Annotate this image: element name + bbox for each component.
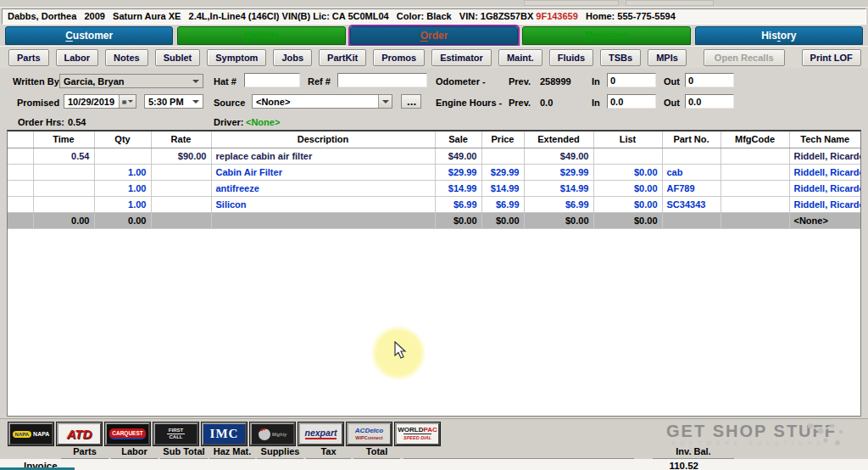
part-row[interactable]: 1.00 Cabin Air Filter $29.99 $29.99 $29.… [8,164,860,180]
grid-cell[interactable] [593,148,662,164]
grid-cell[interactable]: $90.00 [151,148,211,164]
tab-revision[interactable]: Revision [522,26,690,45]
sublet-button[interactable]: Sublet [155,49,201,66]
grid-cell[interactable] [8,148,33,164]
grid-cell[interactable]: Cabin Air Filter [211,164,435,180]
grid-cell[interactable]: $6.99 [481,196,524,212]
jobs-button[interactable]: Jobs [273,49,312,66]
grid-cell[interactable]: $49.00 [435,148,481,164]
grid-cell[interactable]: $6.99 [524,196,593,212]
grid-cell[interactable]: Riddell, Ricardo [789,196,860,212]
source-more-button[interactable]: ... [401,94,421,109]
grid-cell[interactable]: $29.99 [435,164,481,180]
grid-cell[interactable]: 0.54 [33,148,94,164]
written-by-select[interactable]: Garcia, Bryan [59,74,203,88]
part-row[interactable]: 1.00 antifreeze $14.99 $14.99 $14.99 $0.… [8,180,860,196]
grid-cell [151,212,211,228]
grid-cell[interactable] [8,164,33,180]
grid-cell[interactable]: cab [662,164,721,180]
grid-cell[interactable] [721,164,789,180]
odometer-out-input[interactable] [685,73,734,87]
nexpart-logo-button[interactable]: nexpart [298,422,343,445]
labor-row[interactable]: 0.54 $90.00 replace cabin air filter $49… [8,148,860,164]
promised-time-select[interactable]: 5:30 PM [144,94,203,109]
grid-cell[interactable] [33,164,94,180]
hat-input[interactable] [244,73,300,87]
part-row[interactable]: 1.00 Silicon $6.99 $6.99 $6.99 $0.00 SC3… [8,196,860,212]
source-select[interactable]: <None> [252,94,392,109]
promised-date-picker[interactable]: 10/29/2019 ▦ [64,94,136,109]
grid-cell[interactable] [151,164,211,180]
promos-button[interactable]: Promos [373,49,425,66]
carquest-logo-button[interactable]: CARQUEST [105,422,150,445]
grid-cell[interactable] [33,196,94,212]
driver-label: Driver: [214,117,243,127]
grid-cell[interactable]: Silicon [211,196,435,212]
col-mfgcode: MfgCode [721,131,789,148]
partkit-button[interactable]: PartKit [319,49,366,66]
col-tech-name: Tech Name [789,131,860,148]
grid-cell[interactable] [662,148,721,164]
ref-input[interactable] [337,73,427,87]
grid-cell[interactable] [151,196,211,212]
grid-cell[interactable] [8,196,33,212]
grid-cell[interactable] [721,148,789,164]
first-call-logo-button[interactable]: FIRST CALL [153,422,198,445]
grid-empty-area[interactable] [8,228,860,415]
col-part-no: Part No. [662,131,721,148]
symptom-button[interactable]: Symptom [207,49,266,66]
grid-cell[interactable]: replace cabin air filter [211,148,435,164]
atd-logo-button[interactable]: ATD [57,422,102,445]
totals-labor-label: Labor [111,446,158,459]
imc-logo-button[interactable]: IMC [202,422,247,445]
grid-cell[interactable] [33,180,94,196]
worldpac-logo-button[interactable]: WORLDPAC SPEED DIAL [395,422,440,445]
mighty-logo-button[interactable]: Mighty [250,422,295,445]
labor-button[interactable]: Labor [56,49,99,66]
grid-cell[interactable] [721,180,789,196]
grid-cell[interactable] [8,180,33,196]
grid-cell[interactable]: $49.00 [524,148,593,164]
fluids-button[interactable]: Fluids [549,49,593,66]
grid-cell[interactable]: SC34343 [662,196,721,212]
grid-cell[interactable]: 1.00 [94,196,151,212]
grid-cell[interactable]: $0.00 [593,180,662,196]
print-lof-button[interactable]: Print LOF [802,49,861,66]
odometer-in-input[interactable] [607,73,656,87]
tab-order[interactable]: Order [350,26,518,45]
grid-cell[interactable]: Riddell, Ricardo [789,148,860,164]
grid-cell[interactable] [94,148,151,164]
grid-cell[interactable]: $6.99 [435,196,481,212]
estimator-button[interactable]: Estimator [431,49,492,66]
totals-tax-label: Tax [306,446,351,459]
engine-in-input[interactable] [607,94,656,109]
tab-history[interactable]: History [695,26,863,45]
app-window: Dabbs, Dorthea 2009 Saturn Aura XE 2.4L,… [0,0,868,470]
grid-cell[interactable]: AF789 [662,180,721,196]
engine-out-input[interactable] [685,94,734,109]
grid-cell[interactable]: 1.00 [94,164,151,180]
grid-cell[interactable]: $14.99 [435,180,481,196]
tsbs-button[interactable]: TSBs [600,49,641,66]
tab-vehicle[interactable]: Vehicle [177,26,345,45]
grid-cell[interactable]: $0.00 [593,196,662,212]
parts-button[interactable]: Parts [8,49,49,66]
notes-button[interactable]: Notes [105,49,148,66]
grid-cell[interactable]: Riddell, Ricardo [789,180,860,196]
grid-cell[interactable]: $29.99 [524,164,593,180]
grid-cell[interactable]: $14.99 [524,180,593,196]
grid-cell[interactable] [721,196,789,212]
grid-cell[interactable]: 1.00 [94,180,151,196]
maint-button[interactable]: Maint. [498,49,542,66]
grid-cell[interactable]: Riddell, Ricardo [789,164,860,180]
mpis-button[interactable]: MPIs [648,49,687,66]
acdelco-logo-button[interactable]: ACDelco WIPConnect [347,422,392,445]
grid-cell[interactable] [151,180,211,196]
grid-cell[interactable]: $29.99 [481,164,524,180]
grid-cell[interactable]: $0.00 [593,164,662,180]
napa-logo-button[interactable]: NAPA NAPA [8,422,53,445]
grid-cell[interactable] [481,148,524,164]
grid-cell[interactable]: antifreeze [211,180,435,196]
grid-cell[interactable]: $14.99 [481,180,524,196]
tab-customer[interactable]: Customer [5,26,173,45]
